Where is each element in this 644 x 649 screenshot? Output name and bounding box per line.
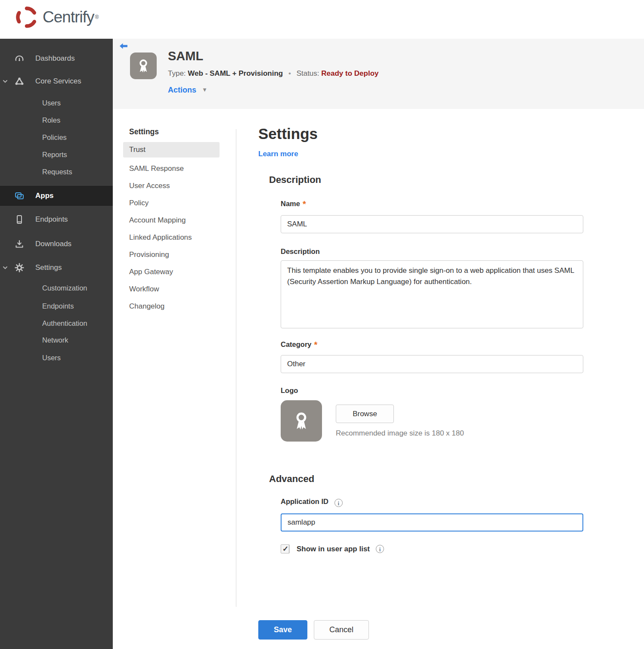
download-icon — [14, 239, 25, 249]
browse-button[interactable]: Browse — [336, 405, 394, 423]
mobile-device-icon — [14, 214, 25, 225]
sidebar-item-users[interactable]: Users — [0, 94, 113, 111]
sidebar-item-downloads[interactable]: Downloads — [0, 235, 113, 253]
status-value: Ready to Deploy — [321, 69, 378, 77]
sidebar-item-label: Customization — [42, 284, 87, 292]
sidebar-item-label: Requests — [42, 168, 72, 176]
centrify-admin-portal: Centrify ® Dashboards Core Services U — [0, 0, 644, 649]
subnav-item-trust[interactable]: Trust — [123, 142, 220, 158]
subnav-item-provisioning[interactable]: Provisioning — [123, 247, 220, 263]
sidebar-item-label: Policies — [42, 133, 67, 142]
sidebar-item-policies[interactable]: Policies — [0, 129, 113, 146]
subnav-heading: Settings — [129, 127, 159, 136]
sidebar-item-settings[interactable]: Settings — [0, 259, 113, 276]
sidebar-item-label: Apps — [35, 192, 54, 200]
subnav-item-changelog[interactable]: Changelog — [123, 299, 220, 314]
cancel-button[interactable]: Cancel — [314, 620, 369, 640]
actions-label: Actions — [168, 86, 196, 94]
sidebar-item-settings-endpoints[interactable]: Endpoints — [0, 297, 113, 315]
sidebar-item-label: Network — [42, 336, 68, 344]
sidebar-nav: Dashboards Core Services Users Roles Pol… — [0, 39, 113, 649]
type-label: Type: — [168, 69, 186, 77]
subnav-item-account-mapping[interactable]: Account Mapping — [123, 213, 220, 228]
sidebar-item-network[interactable]: Network — [0, 331, 113, 349]
app-header: SAML Type: Web - SAML + Provisioning • S… — [113, 39, 644, 109]
sidebar-item-authentication[interactable]: Authentication — [0, 315, 113, 332]
show-in-user-app-list-row: Show in user app list i — [281, 544, 384, 553]
sidebar-item-label: Endpoints — [42, 302, 74, 310]
sidebar-item-label: Reports — [42, 151, 67, 159]
show-in-user-app-list-label: Show in user app list — [297, 545, 370, 553]
sidebar-item-reports[interactable]: Reports — [0, 146, 113, 163]
chevron-down-icon[interactable] — [2, 78, 9, 85]
apps-icon — [14, 191, 25, 201]
core-services-icon — [14, 76, 25, 87]
sidebar-item-settings-users[interactable]: Users — [0, 349, 113, 366]
subnav-item-saml-response[interactable]: SAML Response — [123, 161, 220, 176]
sidebar-item-customization[interactable]: Customization — [0, 279, 113, 297]
learn-more-link[interactable]: Learn more — [258, 150, 298, 158]
dropdown-caret-icon: ▼ — [202, 87, 207, 93]
required-asterisk: * — [314, 340, 318, 349]
centrify-swirl-icon — [14, 5, 39, 30]
vertical-divider — [236, 129, 236, 607]
registered-mark: ® — [95, 14, 99, 20]
gear-icon — [14, 263, 25, 273]
subnav-item-linked-applications[interactable]: Linked Applications — [123, 230, 220, 245]
chevron-down-icon[interactable] — [2, 264, 9, 271]
description-section-heading: Description — [269, 174, 321, 185]
category-field-label: Category* — [281, 340, 317, 350]
app-logo-badge — [130, 53, 157, 79]
subnav-item-app-gateway[interactable]: App Gateway — [123, 264, 220, 280]
centrify-logo[interactable]: Centrify ® — [14, 5, 99, 30]
logo-preview — [281, 400, 322, 442]
sidebar-item-endpoints[interactable]: Endpoints — [0, 211, 113, 228]
app-meta: Type: Web - SAML + Provisioning • Status… — [168, 69, 378, 78]
meta-separator: • — [288, 69, 291, 77]
sidebar-item-label: Authentication — [42, 319, 87, 328]
logo-field-label: Logo — [281, 386, 298, 395]
back-arrow-icon[interactable] — [118, 41, 129, 52]
ribbon-icon — [290, 410, 313, 432]
name-field-label: Name* — [281, 199, 306, 209]
app-title: SAML — [168, 49, 203, 63]
subnav-item-workflow[interactable]: Workflow — [123, 281, 220, 297]
page-title: Settings — [258, 125, 318, 142]
content-body: Settings Trust SAML Response User Access… — [113, 109, 644, 649]
brand-name: Centrify — [43, 8, 94, 26]
type-value: Web - SAML + Provisioning — [188, 69, 283, 77]
category-input[interactable] — [281, 355, 583, 373]
sidebar-item-label: Endpoints — [35, 215, 68, 224]
sidebar-item-label: Dashboards — [35, 54, 75, 63]
gauge-icon — [14, 53, 25, 64]
sidebar-item-apps[interactable]: Apps — [0, 186, 113, 206]
advanced-section-heading: Advanced — [269, 473, 314, 485]
show-in-user-app-list-checkbox[interactable] — [281, 544, 290, 553]
sidebar-item-core-services[interactable]: Core Services — [0, 73, 113, 90]
sidebar-item-label: Users — [42, 99, 61, 107]
description-field-label: Description — [281, 247, 320, 256]
sidebar-item-roles[interactable]: Roles — [0, 111, 113, 129]
ribbon-icon — [135, 57, 152, 74]
sidebar-item-label: Settings — [35, 263, 62, 272]
sidebar-item-label: Core Services — [35, 77, 81, 86]
info-icon[interactable]: i — [334, 499, 343, 507]
save-button[interactable]: Save — [258, 620, 307, 640]
sidebar-item-label: Users — [42, 354, 61, 362]
name-input[interactable] — [281, 215, 583, 233]
top-bar: Centrify ® — [0, 0, 644, 39]
sidebar-item-dashboards[interactable]: Dashboards — [0, 50, 113, 67]
application-id-input[interactable] — [281, 513, 583, 532]
required-asterisk: * — [303, 199, 306, 209]
sidebar-item-label: Roles — [42, 116, 60, 124]
status-label: Status: — [297, 69, 319, 77]
subnav-item-policy[interactable]: Policy — [123, 195, 220, 211]
actions-dropdown[interactable]: Actions ▼ — [168, 86, 207, 95]
recommended-size-text: Recommended image size is 180 x 180 — [336, 429, 464, 438]
sidebar-item-requests[interactable]: Requests — [0, 163, 113, 180]
sidebar-item-label: Downloads — [35, 240, 71, 248]
info-icon[interactable]: i — [376, 545, 384, 553]
description-textarea[interactable]: This template enables you to provide sin… — [281, 260, 583, 328]
subnav-item-user-access[interactable]: User Access — [123, 178, 220, 194]
application-id-label: Application IDi — [281, 498, 343, 507]
